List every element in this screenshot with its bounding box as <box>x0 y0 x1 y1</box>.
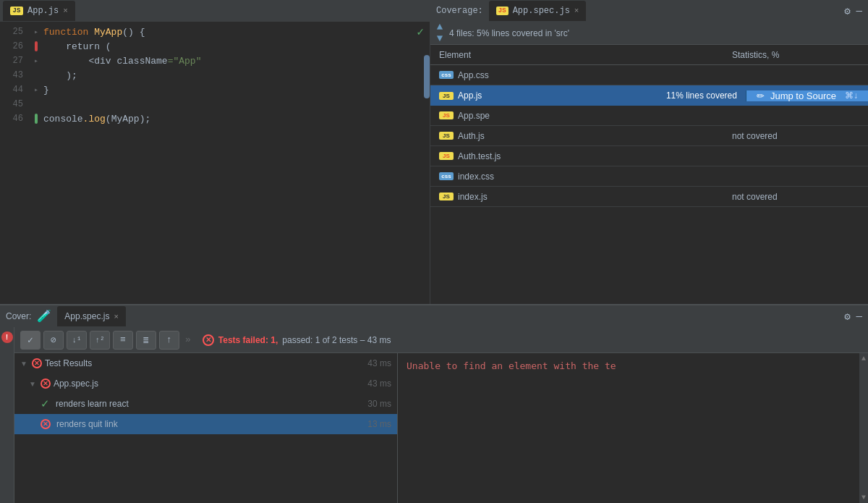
js-badge: JS <box>10 7 23 15</box>
gutter-26 <box>29 39 43 54</box>
learn-react-time: 30 ms <box>367 399 391 409</box>
test-row-learn-react[interactable]: ✓ renders learn react 30 ms <box>14 394 397 414</box>
row-element-appcss: css App.css <box>430 70 723 80</box>
bottom-section: Cover: 🧪 App.spec.js × ⚙ — ! ✓ ⊘ ↓¹ ↑² ≡ <box>0 304 868 503</box>
test-main: ✓ ⊘ ↓¹ ↑² ≡ ≣ ↑ » ✕ Tests failed: 1, pas… <box>14 327 868 503</box>
css-badge-appcss: css <box>439 71 454 79</box>
nav-down-arrow[interactable]: ▼ <box>437 33 443 44</box>
bottom-tab-bar: Cover: 🧪 App.spec.js × ⚙ — <box>0 305 868 327</box>
status-bar: ✕ Tests failed: 1, passed: 1 of 2 tests … <box>197 334 862 346</box>
coverage-summary-text: 4 files: 5% lines covered in 'src' <box>449 28 569 38</box>
test-toolbar: ✓ ⊘ ↓¹ ↑² ≡ ≣ ↑ » ✕ Tests failed: 1, pas… <box>14 327 868 353</box>
coverage-row-appjs[interactable]: JS App.js 11% lines covered ✏ Jump to So… <box>430 85 868 106</box>
test-row-quit-link[interactable]: ✕ renders quit link 13 ms <box>14 414 397 434</box>
coverage-tab-bar: Coverage: JS App.spec.js × ⚙ — <box>430 0 868 22</box>
coverage-row-appcss[interactable]: css App.css <box>430 65 868 85</box>
stats-badge-appjs: 11% lines covered <box>658 90 746 101</box>
filename-indexcss: index.css <box>458 172 494 182</box>
row-element-indexcss: css index.css <box>430 172 723 182</box>
line-num-26: 26 <box>0 39 23 54</box>
jump-to-source-btn[interactable]: ✏ Jump to Source ⌘↓ <box>746 90 868 101</box>
flask-icon: 🧪 <box>37 309 51 324</box>
right-scrollbar: ▲ ▼ <box>859 353 868 503</box>
sort-asc-btn[interactable]: ↓¹ <box>67 331 87 350</box>
bottom-minus-icon[interactable]: — <box>856 310 862 322</box>
code-line-27: <div className="App" <box>43 54 430 68</box>
quit-link-label: renders quit link <box>56 419 118 429</box>
quit-link-time: 13 ms <box>367 419 391 429</box>
test-row-appspec[interactable]: ▼ ✕ App.spec.js 43 ms <box>14 373 397 394</box>
stats-text-appjs: 11% lines covered <box>666 90 737 101</box>
coverage-row-authtest[interactable]: JS Auth.test.js <box>430 146 868 166</box>
checkmark-icon: ✓ <box>417 25 430 39</box>
gutter-27: ▸ <box>29 54 43 68</box>
line-num-44: 44 <box>0 83 23 97</box>
align-left-btn[interactable]: ≡ <box>113 331 133 350</box>
red-bar-26 <box>35 41 38 51</box>
js-badge-indexjs: JS <box>439 193 454 200</box>
bottom-spec-tab-label: App.spec.js <box>64 311 109 321</box>
sort-desc-btn[interactable]: ↑² <box>90 331 110 350</box>
bottom-gear-icon[interactable]: ⚙ <box>844 310 850 323</box>
coverage-spec-close[interactable]: × <box>574 7 579 15</box>
cover-label: Cover: <box>6 311 31 321</box>
coverage-gear-icon[interactable]: ⚙ <box>844 5 850 17</box>
js-badge-appjs: JS <box>439 92 454 100</box>
editor-close-btn[interactable]: × <box>63 7 68 15</box>
error-badge-sidebar[interactable]: ! <box>1 331 13 343</box>
coverage-spec-tab[interactable]: JS App.spec.js × <box>489 1 587 21</box>
code-line-46: console.log(MyApp); <box>43 111 430 126</box>
editor-gutter: ▸ ▸ ▸ <box>29 22 43 304</box>
nav-up-arrow[interactable]: ▲ <box>437 22 443 33</box>
output-text: Unable to find an element with the te <box>407 359 851 373</box>
check-filter-btn[interactable]: ✓ <box>20 331 41 350</box>
up-btn[interactable]: ↑ <box>159 331 179 350</box>
bottom-actions: ⚙ — <box>844 310 862 323</box>
scroll-dn-arrow[interactable]: ▼ <box>861 494 866 502</box>
filename-appcss: App.css <box>458 70 489 80</box>
coverage-tab-left: Coverage: JS App.spec.js × <box>436 1 586 21</box>
success-icon-learn-react: ✓ <box>41 397 50 410</box>
gutter-45 <box>29 97 43 111</box>
css-badge-indexcss: css <box>439 172 454 180</box>
coverage-row-appspec[interactable]: JS App.spe <box>430 106 868 126</box>
coverage-pane: Coverage: JS App.spec.js × ⚙ — ▲ ▼ 4 fil… <box>430 0 868 304</box>
coverage-row-indexjs[interactable]: JS index.js not covered <box>430 187 868 207</box>
filename-appjs: App.js <box>458 90 482 101</box>
fold-icon-44: ▸ <box>34 85 38 94</box>
appjs-menu-area: 11% lines covered ✏ Jump to Source ⌘↓ <box>658 90 868 101</box>
col-stats-header: Statistics, % <box>723 50 868 60</box>
scrollbar-thumb <box>424 55 430 98</box>
gutter-46 <box>29 111 43 126</box>
left-icon-sidebar: ! <box>0 327 14 503</box>
filename-indexjs: index.js <box>458 192 488 202</box>
filename-authjs: Auth.js <box>458 131 485 141</box>
code-line-26: return ( <box>43 39 430 54</box>
bottom-spec-close[interactable]: × <box>114 312 118 321</box>
coverage-table-header: Element Statistics, % <box>430 45 868 65</box>
line-num-25: 25 <box>0 25 23 39</box>
editor-tab-label: App.js <box>27 6 59 16</box>
error-icon-results: ✕ <box>32 358 42 368</box>
row-element-indexjs: JS index.js <box>430 192 723 202</box>
test-row-results[interactable]: ▼ ✕ Test Results 43 ms <box>14 353 397 373</box>
spec-badge-appspec: JS <box>439 111 454 119</box>
align-right-btn[interactable]: ≣ <box>136 331 156 350</box>
coverage-minus-icon[interactable]: — <box>856 5 862 17</box>
coverage-row-indexcss[interactable]: css index.css <box>430 166 868 187</box>
editor-tab[interactable]: JS App.js × <box>3 1 75 21</box>
error-icon-quit-link: ✕ <box>41 419 51 429</box>
js-badge-authjs: JS <box>439 132 454 140</box>
gutter-43 <box>29 68 43 83</box>
tests-passed-label: passed: 1 of 2 tests – 43 ms <box>282 335 391 345</box>
scroll-up-arrow[interactable]: ▲ <box>861 355 866 363</box>
line-num-45: 45 <box>0 97 23 111</box>
cancel-filter-btn[interactable]: ⊘ <box>43 331 64 350</box>
code-line-43: ); <box>43 68 430 83</box>
toolbar-separator: » <box>185 334 191 345</box>
stats-indexjs: not covered <box>723 192 868 202</box>
bottom-spec-tab[interactable]: App.spec.js × <box>57 306 125 326</box>
tests-failed-label: Tests failed: 1, <box>218 335 278 345</box>
shortcut-label: ⌘↓ <box>845 90 858 101</box>
coverage-row-authjs[interactable]: JS Auth.js not covered <box>430 126 868 146</box>
